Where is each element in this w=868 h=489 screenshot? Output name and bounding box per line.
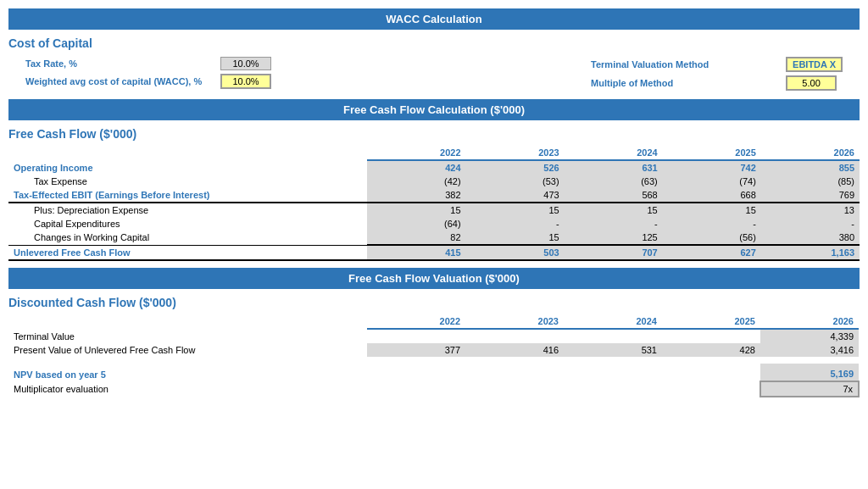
fcf-row-label: Tax-Effected EBIT (Earnings Before Inter… <box>8 188 367 203</box>
multiple-row: Multiple of Method 5.00 <box>591 75 843 91</box>
dcf-cell: 377 <box>367 343 465 357</box>
dcf-row-label: Multiplicator evaluation <box>8 381 367 397</box>
cost-left: Tax Rate, % 10.0% Weighted avg cost of c… <box>25 57 271 91</box>
fcf-cell: (64) <box>367 217 465 231</box>
fcf-cell: 380 <box>761 231 860 245</box>
multiple-value[interactable]: 5.00 <box>786 75 837 91</box>
fcf-row-label: Operating Income <box>8 160 367 175</box>
fcf-cell: (42) <box>367 175 465 188</box>
dcf-section: Discounted Cash Flow ($'000) 20222023202… <box>8 296 860 397</box>
fcf-cell: 13 <box>761 203 860 217</box>
tax-rate-value[interactable]: 10.0% <box>220 57 271 70</box>
fcf-cell: 668 <box>663 188 761 203</box>
cost-of-capital-title: Cost of Capital <box>8 36 860 50</box>
fcf-title: Free Cash Flow ($'000) <box>8 127 860 141</box>
fcf-cell: (85) <box>761 175 860 188</box>
fcf-cell: 424 <box>367 160 465 175</box>
dcf-cell: 531 <box>564 343 662 357</box>
dcf-table: 20222023202420252026Terminal Value4,339P… <box>8 314 860 397</box>
fcf-cell: 15 <box>466 231 565 245</box>
fcf-row: Operating Income424526631742855 <box>8 160 860 175</box>
dcf-year-2022: 2022 <box>367 314 465 329</box>
fcf-cell: 15 <box>663 203 761 217</box>
fcf-cell: 382 <box>367 188 465 203</box>
dcf-cell <box>564 364 662 381</box>
dcf-label-header <box>8 314 367 329</box>
dcf-year-header-row: 20222023202420252026 <box>8 314 859 329</box>
cost-right: Terminal Valuation Method EBITDA X Multi… <box>591 57 843 91</box>
fcf-cell: 1,163 <box>761 245 860 260</box>
fcf-cell: - <box>663 217 761 231</box>
fcf-label-header <box>8 146 367 160</box>
fcf-cell: 15 <box>466 203 565 217</box>
fcf-cell: (53) <box>466 175 565 188</box>
dcf-cell <box>662 329 760 343</box>
fcf-row: Unlevered Free Cash Flow4155037076271,16… <box>8 245 860 260</box>
fcf-cell: 568 <box>565 188 663 203</box>
fcf-row-label: Plus: Depreciation Expense <box>8 203 367 217</box>
fcf-cell: 82 <box>367 231 465 245</box>
terminal-valuation-value[interactable]: EBITDA X <box>786 57 843 72</box>
dcf-row: Multiplicator evaluation7x <box>8 381 859 397</box>
fcf-row-label: Capital Expenditures <box>8 217 367 231</box>
dcf-cell: 416 <box>465 343 564 357</box>
fcf-year-header-row: 20222023202420252026 <box>8 146 860 160</box>
dcf-cell <box>662 381 760 397</box>
dcf-row-label: Terminal Value <box>8 329 367 343</box>
dcf-cell <box>367 364 465 381</box>
dcf-row-label <box>8 357 367 364</box>
fcf-cell: (74) <box>663 175 761 188</box>
dcf-cell <box>662 357 760 364</box>
dcf-row: Terminal Value4,339 <box>8 329 859 343</box>
dcf-year-2025: 2025 <box>662 314 760 329</box>
dcf-cell <box>760 357 859 364</box>
fcf-cell: - <box>761 217 860 231</box>
fcf-table: 20222023202420252026Operating Income4245… <box>8 146 860 261</box>
dcf-year-2026: 2026 <box>760 314 859 329</box>
tax-rate-row: Tax Rate, % 10.0% <box>25 57 271 70</box>
dcf-cell <box>564 381 662 397</box>
terminal-valuation-row: Terminal Valuation Method EBITDA X <box>591 57 843 72</box>
fcf-cell: 631 <box>565 160 663 175</box>
wacc-row: Weighted avg cost of capital (WACC), % 1… <box>25 74 271 89</box>
dcf-cell <box>564 329 662 343</box>
fcf-row: Plus: Depreciation Expense1515151513 <box>8 203 860 217</box>
fcf-cell: (56) <box>663 231 761 245</box>
dcf-cell: 7x <box>760 381 859 397</box>
dcf-year-2023: 2023 <box>465 314 564 329</box>
fcf-row: Capital Expenditures(64)---- <box>8 217 860 231</box>
fcf-cell: 473 <box>466 188 565 203</box>
fcf-cell: 855 <box>761 160 860 175</box>
tax-rate-label: Tax Rate, % <box>25 58 212 69</box>
dcf-cell <box>465 381 564 397</box>
fcf-year-2025: 2025 <box>663 146 761 160</box>
dcf-cell <box>465 357 564 364</box>
dcf-row-label: Present Value of Unlevered Free Cash Flo… <box>8 343 367 357</box>
dcf-row-label: NPV based on year 5 <box>8 364 367 381</box>
fcf-cell: (63) <box>565 175 663 188</box>
fcf-header: Free Cash Flow Calculation ($'000) <box>8 99 860 120</box>
fcf-row-label: Unlevered Free Cash Flow <box>8 245 367 260</box>
fcf-year-2026: 2026 <box>761 146 860 160</box>
fcf-row: Tax-Effected EBIT (Earnings Before Inter… <box>8 188 860 203</box>
fcf-row-label: Tax Expense <box>8 175 367 188</box>
fcf-cell: 15 <box>367 203 465 217</box>
fcf-row: Changes in Working Capital8215125(56)380 <box>8 231 860 245</box>
dcf-cell <box>367 357 465 364</box>
fcf-cell: 769 <box>761 188 860 203</box>
wacc-value[interactable]: 10.0% <box>220 74 271 89</box>
fcf-cell: - <box>565 217 663 231</box>
wacc-header: WACC Calculation <box>8 8 860 30</box>
fcf-cell: 125 <box>565 231 663 245</box>
fcf-year-2024: 2024 <box>565 146 663 160</box>
fcf-year-2022: 2022 <box>367 146 465 160</box>
fcf-cell: 503 <box>466 245 565 260</box>
dcf-cell <box>564 357 662 364</box>
fcf-cell: 742 <box>663 160 761 175</box>
fcf-cell: 526 <box>466 160 565 175</box>
dcf-row: Present Value of Unlevered Free Cash Flo… <box>8 343 859 357</box>
dcf-cell: 4,339 <box>760 329 859 343</box>
dcf-cell <box>662 364 760 381</box>
fcf-cell: 627 <box>663 245 761 260</box>
fcf-cell: 15 <box>565 203 663 217</box>
